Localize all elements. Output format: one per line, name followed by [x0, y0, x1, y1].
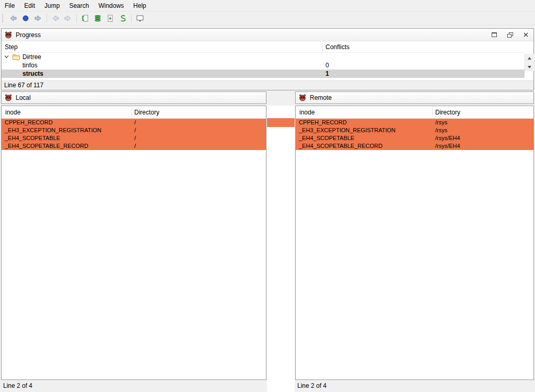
- cell-directory: /rsys/EH4: [435, 142, 460, 150]
- stack-button[interactable]: [91, 13, 104, 24]
- forward-icon: [34, 14, 42, 22]
- cell-directory: /: [134, 134, 136, 142]
- table-row[interactable]: _EH4_SCOPETABLE_RECORD /: [2, 142, 266, 150]
- tree-row-dirtree[interactable]: Dirtree: [2, 53, 525, 61]
- chevron-down-icon[interactable]: [4, 54, 9, 59]
- folder-icon: [13, 54, 20, 60]
- progress-panel: Progress Step Conflicts Dir: [1, 28, 534, 90]
- column-divider[interactable]: [432, 108, 433, 117]
- column-header-inode[interactable]: inode: [299, 109, 315, 116]
- tree-item-conflicts: 1: [325, 70, 329, 78]
- jump-forward-button[interactable]: [62, 13, 74, 24]
- jump-back-button[interactable]: [49, 13, 62, 24]
- stop-button[interactable]: [19, 13, 32, 24]
- stack-icon: [94, 14, 102, 22]
- scroll-down-button[interactable]: [525, 63, 534, 71]
- table-row[interactable]: _EH4_SCOPETABLE /rsys/EH4: [296, 134, 533, 142]
- tree-item-label: Dirtree: [22, 53, 41, 61]
- window-close-button[interactable]: [518, 29, 533, 41]
- window-maximize-button[interactable]: [486, 29, 502, 41]
- local-title: Local: [16, 94, 31, 101]
- table-row[interactable]: _EH3_EXCEPTION_REGISTRATION /rsys: [296, 126, 533, 134]
- toolbar-grip[interactable]: [2, 14, 5, 22]
- cell-inode: _EH4_SCOPETABLE_RECORD: [299, 142, 382, 150]
- progress-titlebar[interactable]: Progress: [2, 29, 533, 41]
- cell-directory: /: [134, 119, 136, 126]
- jump-forward-icon: [64, 14, 72, 22]
- cell-inode: CPPEH_RECORD: [299, 119, 347, 126]
- table-row[interactable]: _EH3_EXCEPTION_REGISTRATION /: [2, 126, 266, 134]
- menu-windows[interactable]: Windows: [94, 1, 129, 11]
- tree-item-label: structs: [22, 70, 43, 78]
- app-icon: [4, 31, 13, 39]
- cell-inode: _EH4_SCOPETABLE_RECORD: [5, 142, 88, 150]
- tree-row-tinfos[interactable]: tinfos 0: [2, 61, 525, 70]
- jump-back-icon: [51, 14, 60, 22]
- cell-directory: /rsys: [435, 126, 447, 134]
- remote-table: inode Directory CPPEH_RECORD /rsys _EH3_…: [295, 106, 534, 380]
- window-restore-button[interactable]: [502, 29, 518, 41]
- cell-inode: _EH4_SCOPETABLE: [299, 134, 354, 142]
- sync-button[interactable]: [117, 13, 129, 24]
- diff-gutter-conflict-block: [267, 118, 295, 127]
- cell-directory: /rsys/EH4: [435, 134, 460, 142]
- window-controls: [486, 29, 533, 41]
- cell-inode: CPPEH_RECORD: [5, 119, 53, 126]
- table-row[interactable]: _EH4_SCOPETABLE /: [2, 134, 266, 142]
- menu-edit[interactable]: Edit: [19, 1, 40, 11]
- progress-title: Progress: [16, 31, 41, 39]
- column-header-step[interactable]: Step: [5, 43, 18, 51]
- remote-titlebar[interactable]: Remote: [295, 91, 534, 104]
- local-panel: Local inode Directory CPPEH_RECORD / _EH…: [1, 91, 266, 392]
- local-titlebar[interactable]: Local: [1, 91, 266, 104]
- remote-title: Remote: [310, 94, 332, 101]
- toolbar-separator: [76, 14, 77, 22]
- diff-gutter: [267, 106, 295, 392]
- progress-table: Step Conflicts Dirtree tinfos 0 structs …: [2, 41, 533, 80]
- table-row[interactable]: _EH4_SCOPETABLE_RECORD /rsys/EH4: [296, 142, 533, 150]
- column-header-directory[interactable]: Directory: [435, 109, 460, 116]
- back-button[interactable]: [7, 13, 19, 24]
- cell-inode: _EH3_EXCEPTION_REGISTRATION: [299, 126, 396, 134]
- column-divider[interactable]: [131, 108, 132, 117]
- toolbar: [0, 11, 535, 25]
- progress-status-bar: Line 67 of 117: [2, 80, 533, 90]
- local-status-bar: Line 2 of 4: [3, 382, 32, 389]
- tree-item-conflicts: 0: [325, 61, 329, 70]
- table-row[interactable]: CPPEH_RECORD /rsys: [296, 119, 533, 126]
- cell-directory: /: [134, 126, 136, 134]
- toolbar-separator: [131, 14, 132, 22]
- cell-inode: _EH4_SCOPETABLE: [5, 134, 60, 142]
- scroll-up-button[interactable]: [525, 54, 534, 62]
- doc-out-icon: [106, 14, 114, 22]
- cell-inode: _EH3_EXCEPTION_REGISTRATION: [5, 126, 101, 134]
- doc-in-button[interactable]: [79, 13, 91, 24]
- back-icon: [9, 14, 17, 22]
- toolbar-separator: [46, 14, 47, 22]
- cell-directory: /rsys: [435, 119, 447, 126]
- doc-out-button[interactable]: [104, 13, 117, 24]
- menu-file[interactable]: File: [0, 1, 19, 11]
- tree-row-structs[interactable]: structs 1: [2, 70, 525, 78]
- menu-help[interactable]: Help: [129, 1, 151, 11]
- tree-item-label: tinfos: [22, 61, 38, 70]
- window-button[interactable]: [134, 13, 146, 24]
- column-header-directory[interactable]: Directory: [134, 109, 159, 116]
- column-header-conflicts[interactable]: Conflicts: [325, 43, 350, 51]
- column-divider[interactable]: [322, 43, 323, 51]
- local-table: inode Directory CPPEH_RECORD / _EH3_EXCE…: [1, 106, 266, 380]
- sync-icon: [119, 14, 127, 22]
- forward-button[interactable]: [32, 13, 44, 24]
- app-icon: [4, 94, 13, 102]
- column-header-inode[interactable]: inode: [5, 109, 20, 116]
- progress-scrollbar[interactable]: [525, 54, 533, 71]
- menu-jump[interactable]: Jump: [40, 1, 64, 11]
- table-row[interactable]: CPPEH_RECORD /: [2, 119, 266, 126]
- menu-search[interactable]: Search: [64, 1, 94, 11]
- doc-in-icon: [81, 14, 89, 22]
- remote-table-header: inode Directory: [296, 106, 533, 119]
- window-icon: [136, 14, 144, 22]
- app-icon: [298, 94, 307, 102]
- remote-panel: Remote inode Directory CPPEH_RECORD /rsy…: [295, 91, 534, 392]
- local-table-header: inode Directory: [2, 106, 266, 119]
